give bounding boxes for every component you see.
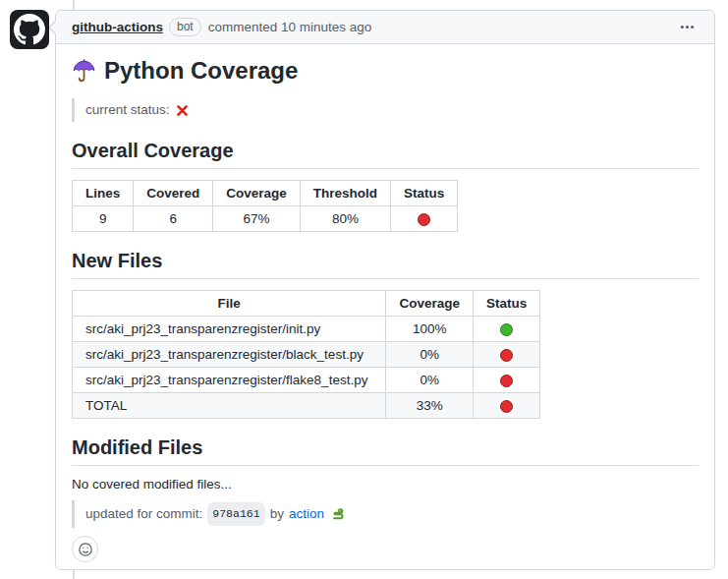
commit-hash-chip[interactable]: 978a161 <box>207 502 264 526</box>
col-status: Status <box>473 291 539 317</box>
coverage-value: 0% <box>386 342 474 368</box>
updated-commit-label: updated for commit: <box>85 504 202 524</box>
file-path: src/aki_prj23_transparenzregister/flake8… <box>73 368 386 393</box>
total-label: TOTAL <box>73 393 386 419</box>
modified-files-heading: Modified Files <box>72 435 699 466</box>
reactions-row <box>72 536 699 562</box>
table-row-total: TOTAL 33% <box>73 393 540 419</box>
kebab-menu-icon <box>680 20 695 34</box>
status-dot-icon <box>500 349 513 362</box>
comment-timestamp[interactable]: commented 10 minutes ago <box>208 20 676 34</box>
no-modified-files-text: No covered modified files... <box>72 477 699 492</box>
table-row: 9 6 67% 80% <box>73 206 458 232</box>
col-coverage: Coverage <box>386 291 474 317</box>
smiley-icon <box>78 542 93 557</box>
status-dot-icon <box>500 400 513 413</box>
threshold-value: 80% <box>300 206 390 232</box>
snake-icon <box>330 507 345 522</box>
comment-header: github-actions bot commented 10 minutes … <box>56 11 714 44</box>
col-coverage: Coverage <box>213 181 301 206</box>
status-dot-icon <box>418 213 430 226</box>
new-files-table: File Coverage Status src/aki_prj23_trans… <box>72 290 540 419</box>
table-row: src/aki_prj23_transparenzregister/flake8… <box>73 368 540 393</box>
comment-card: github-actions bot commented 10 minutes … <box>55 10 715 570</box>
updated-commit-quote: updated for commit: 978a161 by action <box>72 500 699 528</box>
col-lines: Lines <box>73 181 134 206</box>
overall-coverage-heading: Overall Coverage <box>72 139 699 169</box>
cross-mark-icon <box>176 104 189 117</box>
add-reaction-button[interactable] <box>72 536 98 562</box>
status-dot-icon <box>500 375 513 387</box>
action-link[interactable]: action <box>289 504 324 524</box>
avatar[interactable] <box>10 10 49 49</box>
overall-coverage-table: Lines Covered Coverage Threshold Status … <box>72 180 458 232</box>
covered-value: 6 <box>134 206 213 232</box>
file-path: src/aki_prj23_transparenzregister/black_… <box>73 342 386 368</box>
lines-value: 9 <box>73 206 134 232</box>
umbrella-icon <box>72 59 96 84</box>
status-dot-icon <box>500 323 513 336</box>
coverage-value: 100% <box>386 317 474 342</box>
col-threshold: Threshold <box>300 181 390 206</box>
col-status: Status <box>391 181 458 206</box>
comment-options-button[interactable] <box>676 18 699 36</box>
table-row: src/aki_prj23_transparenzregister/init.p… <box>73 317 540 342</box>
table-row: src/aki_prj23_transparenzregister/black_… <box>73 342 540 368</box>
by-text: by <box>270 504 284 524</box>
file-path: src/aki_prj23_transparenzregister/init.p… <box>73 317 386 342</box>
coverage-value: 0% <box>386 368 474 393</box>
new-files-heading: New Files <box>72 249 699 279</box>
col-covered: Covered <box>134 181 213 206</box>
comment-body: Python Coverage current status: Overall … <box>56 44 714 570</box>
current-status-label: current status: <box>85 100 170 120</box>
bot-badge: bot <box>169 18 201 36</box>
coverage-value: 67% <box>213 206 301 232</box>
speech-caret-fill <box>50 20 58 35</box>
report-title: Python Coverage <box>72 57 699 85</box>
author-link[interactable]: github-actions <box>72 20 163 34</box>
github-logo-icon <box>14 14 45 45</box>
report-title-text: Python Coverage <box>104 57 298 85</box>
current-status-quote: current status: <box>72 98 699 122</box>
col-file: File <box>73 291 386 317</box>
coverage-value: 33% <box>386 393 474 419</box>
